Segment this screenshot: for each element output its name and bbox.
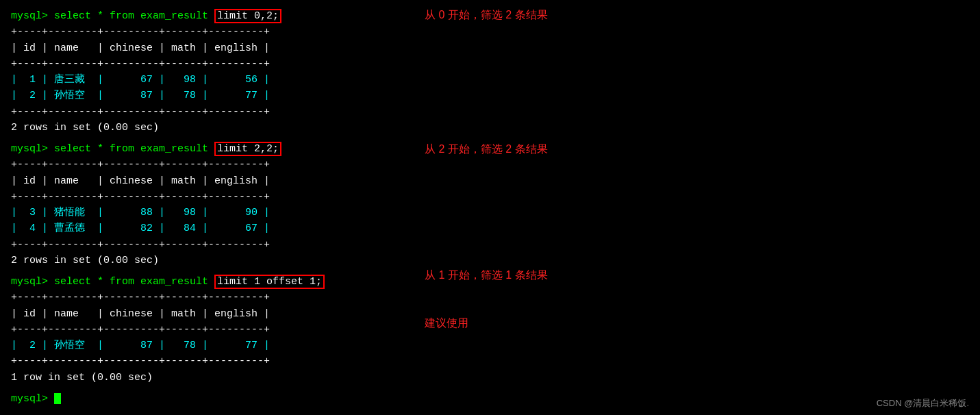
- data-row-1-2: | 2 | 孙悟空 | 87 | 78 | 77 |: [11, 88, 969, 103]
- footer-1: 2 rows in set (0.00 sec): [11, 120, 969, 136]
- prompt-1: mysql> select * from exam_result: [11, 10, 214, 22]
- separator-3c: +----+--------+---------+------+--------…: [11, 353, 969, 369]
- prompt-2: mysql> select * from exam_result: [11, 143, 214, 155]
- annotation-2: 从 2 开始，筛选 2 条结果: [425, 142, 548, 157]
- separator-2a: +----+--------+---------+------+--------…: [11, 157, 969, 173]
- separator-3b: +----+--------+---------+------+--------…: [11, 322, 969, 338]
- limit-highlight-1: limit 0,2;: [214, 9, 281, 23]
- cursor: [54, 393, 61, 404]
- terminal-window: mysql> select * from exam_result limit 0…: [0, 0, 980, 415]
- separator-2c: +----+--------+---------+------+--------…: [11, 237, 969, 253]
- limit-highlight-3: limit 1 offset 1;: [214, 275, 325, 289]
- data-row-1-1: | 1 | 唐三藏 | 67 | 98 | 56 |: [11, 72, 969, 88]
- data-row-3-1: | 2 | 孙悟空 | 87 | 78 | 77 |: [11, 338, 969, 353]
- header-1: | id | name | chinese | math | english |: [11, 40, 969, 56]
- data-row-2-1: | 3 | 猪悟能 | 88 | 98 | 90 |: [11, 205, 969, 221]
- header-3: | id | name | chinese | math | english |: [11, 306, 969, 322]
- separator-3a: +----+--------+---------+------+--------…: [11, 290, 969, 305]
- separator-1b: +----+--------+---------+------+--------…: [11, 56, 969, 72]
- last-prompt: mysql>: [11, 391, 969, 407]
- footer-3: 1 row in set (0.00 sec): [11, 370, 969, 386]
- annotation-3a: 从 1 开始，筛选 1 条结果: [425, 268, 548, 283]
- block3: mysql> select * from exam_result limit 1…: [11, 274, 969, 391]
- header-2: | id | name | chinese | math | english |: [11, 173, 969, 189]
- watermark: CSDN @清晨白米稀饭.: [877, 397, 969, 410]
- data-row-2-2: | 4 | 曹孟德 | 82 | 84 | 67 |: [11, 221, 969, 236]
- block2: mysql> select * from exam_result limit 2…: [11, 141, 969, 274]
- separator-1c: +----+--------+---------+------+--------…: [11, 104, 969, 120]
- annotation-1: 从 0 开始，筛选 2 条结果: [425, 8, 548, 23]
- separator-1a: +----+--------+---------+------+--------…: [11, 24, 969, 40]
- annotation-3b: 建议使用: [425, 316, 468, 331]
- separator-2b: +----+--------+---------+------+--------…: [11, 189, 969, 205]
- prompt-3: mysql> select * from exam_result: [11, 276, 214, 288]
- limit-highlight-2: limit 2,2;: [214, 142, 281, 156]
- footer-2: 2 rows in set (0.00 sec): [11, 253, 969, 268]
- block1: mysql> select * from exam_result limit 0…: [11, 8, 969, 141]
